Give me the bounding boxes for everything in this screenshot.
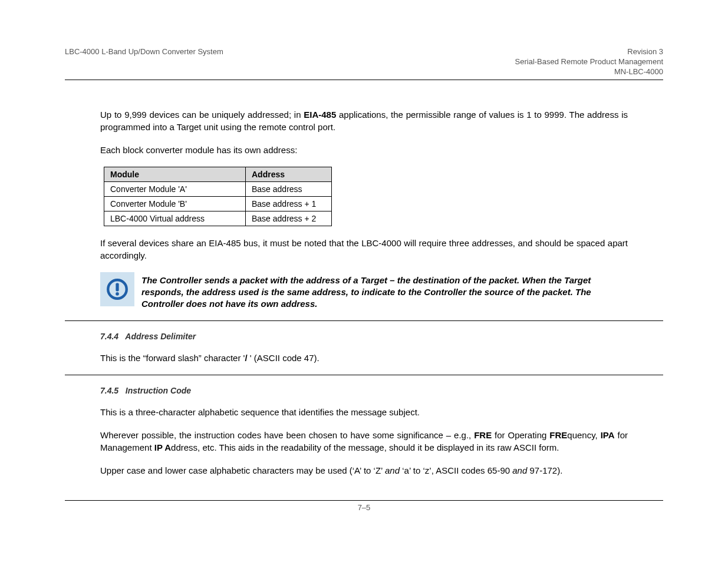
address-table: Module Address Converter Module 'A' Base… <box>104 167 332 226</box>
header-section: Serial-Based Remote Product Management <box>515 57 663 66</box>
table-cell: Base address + 2 <box>246 211 332 226</box>
page-number: 7–5 <box>358 503 371 512</box>
paragraph: Each block converter module has its own … <box>100 144 628 156</box>
paragraph: Upper case and lower case alphabetic cha… <box>100 464 628 477</box>
header-docnum: MN-LBC-4000 <box>614 67 663 76</box>
text-run: ' (ASCII code 47). <box>248 353 319 363</box>
table-cell: Converter Module 'B' <box>104 196 246 211</box>
header-rev: Revision 3 <box>627 47 663 56</box>
bold-run: IPA <box>601 430 615 440</box>
paragraph: Up to 9,999 devices can be uniquely addr… <box>100 108 628 133</box>
note-text: The Controller sends a packet with the a… <box>141 272 628 310</box>
text-run: Up to 9,999 devices can be uniquely addr… <box>100 110 304 120</box>
italic-run: and <box>512 465 527 475</box>
italic-run: and <box>385 465 400 475</box>
table-cell: Converter Module 'A' <box>104 181 246 196</box>
table-header-row: Module Address <box>104 167 332 181</box>
table-row: Converter Module 'A' Base address <box>104 181 332 196</box>
page-content: Up to 9,999 devices can be uniquely addr… <box>65 108 663 477</box>
document-page: LBC-4000 L-Band Up/Down Converter System… <box>0 0 728 547</box>
table-cell: Base address + 1 <box>246 196 332 211</box>
svg-rect-1 <box>116 283 118 291</box>
paragraph: This is a three-character alphabetic seq… <box>100 406 628 418</box>
important-icon <box>100 272 134 306</box>
section-title: 7.4.5 Instruction Code <box>100 386 628 395</box>
section-name: Instruction Code <box>126 386 191 395</box>
text-run: Wherever possible, the instruction codes… <box>100 430 474 440</box>
section-number: 7.4.5 <box>100 386 118 395</box>
text-run: ‘a’ to ‘z’, ASCII codes 65-90 <box>400 465 512 475</box>
page-footer: 7–5 <box>65 500 663 512</box>
section-title: 7.4.4 Address Delimiter <box>100 332 628 341</box>
header-left: LBC-4000 L-Band Up/Down Converter System <box>65 47 223 77</box>
bold-run: IP A <box>154 442 171 452</box>
paragraph: This is the “forward slash” character '/… <box>100 352 628 364</box>
text-run: 97-172). <box>527 465 562 475</box>
table-header: Module <box>104 167 246 181</box>
table-row: LBC-4000 Virtual address Base address + … <box>104 211 332 226</box>
table-cell: Base address <box>246 181 332 196</box>
text-run: quency, <box>567 430 600 440</box>
section-divider: 7.4.5 Instruction Code <box>65 375 663 395</box>
table-header: Address <box>246 167 332 181</box>
text-run: ddress, etc. This aids in the readabilit… <box>171 442 559 452</box>
note-block: The Controller sends a packet with the a… <box>100 272 628 310</box>
text-run: This is the “forward slash” character ' <box>100 353 245 363</box>
paragraph: If several devices share an EIA-485 bus,… <box>100 237 628 262</box>
section-name: Address Delimiter <box>125 332 196 341</box>
text-run: Upper case and lower case alphabetic cha… <box>100 465 385 475</box>
bold-run: FRE <box>474 430 492 440</box>
bold-run: EIA-485 <box>304 110 336 120</box>
section-divider: 7.4.4 Address Delimiter <box>65 320 663 341</box>
table-row: Converter Module 'B' Base address + 1 <box>104 196 332 211</box>
paragraph: Wherever possible, the instruction codes… <box>100 429 628 454</box>
text-run: for Operating <box>492 430 549 440</box>
page-header: LBC-4000 L-Band Up/Down Converter System… <box>65 47 663 80</box>
table-cell: LBC-4000 Virtual address <box>104 211 246 226</box>
bold-run: FRE <box>549 430 567 440</box>
svg-point-2 <box>116 292 119 296</box>
header-right: Revision 3 Serial-Based Remote Product M… <box>515 47 663 77</box>
section-number: 7.4.4 <box>100 332 118 341</box>
